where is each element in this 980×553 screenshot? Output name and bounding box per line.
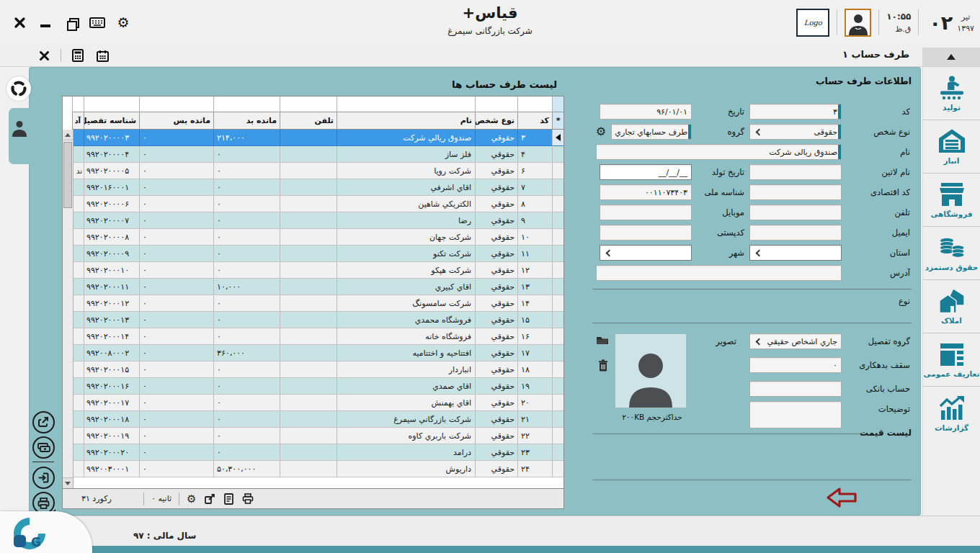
economic-code-field[interactable] [749,184,842,200]
sidebar-item-inventory[interactable]: انبار [923,120,980,174]
refresh-sync-icon[interactable] [6,76,31,101]
column-header-detail[interactable]: شناسه تفصیل [84,112,139,130]
filter-cell-code[interactable] [517,96,552,112]
table-row[interactable]: ۹حقوقيرضا۰۰۹۹۲۰۲۰۰۰۰۷ [72,212,564,229]
scrollbar-thumb[interactable] [63,142,72,208]
user-avatar[interactable] [845,9,871,37]
date-field[interactable]: ۹۶/۰۱/۰۱ [600,104,692,120]
close-icon[interactable] [12,14,27,30]
filter-cell-phone[interactable] [280,96,337,112]
province-select[interactable] [749,245,842,261]
sidebar-item-payroll[interactable]: حقوق دستمزد [923,227,980,280]
filter-cell-extra[interactable] [72,96,84,112]
open-folder-icon[interactable] [596,335,609,346]
table-row[interactable]: ۱۰حقوقيشركت جهان۰۰۹۹۲۰۲۰۰۰۰۸ [72,229,564,246]
column-header-type[interactable]: نوع شخص [475,112,517,130]
sidebar-item-reports[interactable]: گزارشات [923,387,980,440]
column-header-debit[interactable]: مانده بد [213,112,280,130]
delete-trash-icon[interactable] [595,359,608,371]
cell-star [552,378,564,395]
print-grid-icon[interactable] [241,493,254,505]
table-row[interactable]: ۲۲حقوقيشركت باربري كاوه۰۰۹۹۲۰۲۰۰۰۱۹ [72,428,564,444]
column-header-name[interactable]: نام [337,112,475,130]
sidebar-item-store[interactable]: فروشگاهی [923,174,980,227]
column-header-star[interactable]: * [552,112,564,130]
table-header-row[interactable]: *کدنوع شخصنامتلفنمانده بدمانده بسشناسه ت… [72,112,564,130]
sidebar-item-realestate[interactable]: املاک [923,280,980,333]
table-row[interactable]: ۱۵حقوقيفروشگاه محمدي۰۰۹۹۲۰۲۰۰۰۱۳ [72,312,564,328]
code-field[interactable]: ۳ [749,104,842,120]
keyboard-icon[interactable] [89,14,105,30]
sidebar-scroll-up-button[interactable] [922,48,980,66]
table-row[interactable]: ۲۳حقوقيدرامد۰۰۹۹۲۰۲۰۰۰۲۰ [72,444,564,461]
birth-date-field[interactable]: __/__/__ [600,164,692,180]
table-row[interactable]: ۳حقوقيصندوق ريالي شركت۲۱۴،۰۰۰۰۹۹۲۰۲۰۰۰۰۳ [72,130,564,146]
settings-gear-icon[interactable]: ⚙ [115,14,131,30]
email-field[interactable] [749,225,842,240]
scroll-up-button[interactable] [63,130,73,140]
mobile-field[interactable] [600,204,692,220]
table-row[interactable]: ۲۴حقوقيداريوش۵۰،۳۰۰،۰۰۰۰۹۹۲۰۰۳۰۰۰۱ [72,461,564,477]
table-row[interactable]: ۱۴حقوقيشركت سامسونگ۰۰۹۹۲۰۲۰۰۰۱۲ [72,295,564,312]
sidebar-item-production[interactable]: تولید [923,67,980,120]
minimize-icon[interactable] [37,14,53,30]
filter-cell-star[interactable] [552,96,564,112]
column-header-phone[interactable]: تلفن [280,112,337,130]
table-row[interactable]: ۸حقوقيالكتريكي شاهين۰۰۹۹۲۰۲۰۰۰۰۶ [72,196,564,212]
table-row[interactable]: ۷حقوقياقاي اشرفي۰۰۹۹۲۰۱۶۰۰۰۱ [72,179,564,196]
table-row[interactable]: ۲۰حقوقياقاي بهمنش۰۰۹۹۲۰۲۰۰۰۱۷ [72,395,564,411]
national-id-field[interactable]: ۰۰۱۱۰۷۳۴۰۳ [600,184,692,200]
table-row[interactable]: ۱۳حقوقياقاي كبيري۱۰،۰۰۰۰۹۹۲۰۲۰۰۰۱۱ [72,279,564,295]
latin-name-label: نام لاتین [842,162,912,182]
cash-payment-icon[interactable] [32,436,55,459]
table-row[interactable]: ۶حقوقيشركت رويا۰۰۹۹۲۰۲۰۰۰۰۵تد [72,163,564,179]
table-row[interactable]: ۱۱حقوقيشركت تكنو۰۰۹۹۲۰۲۰۰۰۰۹ [72,246,564,262]
report-document-icon[interactable] [223,493,235,505]
table-row[interactable]: ۱۸حقوقيانباردار۰۰۹۹۲۰۲۰۰۰۱۵ [72,361,564,378]
postal-code-field[interactable] [600,225,692,240]
grid-settings-gear-icon[interactable]: ⚙ [185,493,197,505]
phone-field[interactable] [749,204,842,220]
group-settings-gear-icon[interactable]: ⚙ [596,126,606,138]
detail-group-select[interactable]: جاري اشخاص حقیقي [749,333,842,349]
table-vertical-scrollbar[interactable] [63,130,74,488]
city-select[interactable] [600,245,692,261]
enter-import-icon[interactable] [32,467,55,489]
table-row[interactable]: ۴حقوقيفلز ساز۰۰۹۹۲۰۲۰۰۰۰۴ [72,146,564,163]
table-row[interactable]: ۲۱حقوقيشركت بازرگاني سيمرغ۰۰۹۹۲۰۲۰۰۰۱۸ [72,411,564,428]
table-row[interactable]: ۱۷حقوقيافتتاحيه و اختتاميه۳۶۰،۰۰۰۰۹۹۲۰۰۸… [72,345,564,361]
table-filter-row[interactable] [72,96,564,112]
latin-name-field[interactable] [749,164,842,180]
column-header-extra[interactable]: آد [72,112,84,130]
name-field[interactable]: صندوق ریالی شرکت [596,144,842,160]
person-type-select[interactable]: حقوقی [749,124,842,140]
calendar-icon[interactable] [94,48,110,63]
account-image-preview[interactable] [615,333,687,408]
restore-icon[interactable] [63,14,79,30]
group-field[interactable]: طرف حسابهاي تجاري [611,124,692,140]
address-field[interactable] [596,265,842,281]
column-header-code[interactable]: کد [517,112,552,130]
close-tab-icon[interactable] [36,48,52,63]
scroll-down-button[interactable] [63,477,73,488]
filter-cell-type[interactable] [475,96,517,112]
filter-cell-detail[interactable] [84,96,139,112]
table-row[interactable]: ۱۲حقوقيشركت هپكو۰۰۹۹۲۰۲۰۰۰۱۰ [72,262,564,279]
calculator-icon[interactable] [70,48,86,63]
filter-cell-name[interactable] [337,96,475,112]
column-header-credit[interactable]: مانده بس [139,112,213,130]
filter-cell-credit[interactable] [139,96,213,112]
sidebar-item-definitions[interactable]: تعاریف عمومی [923,333,980,387]
account-party-side-tab[interactable] [9,108,30,164]
company-logo-box[interactable]: Logo [796,9,829,37]
export-action-icon[interactable] [32,411,55,433]
cell-code: ۱۵ [517,312,552,328]
bank-account-field[interactable] [749,381,842,397]
table-row[interactable]: ۱۹حقوقياقاي صمدي۰۰۹۹۲۰۲۰۰۰۱۶ [72,378,564,395]
debt-ceiling-field[interactable]: ۰ [749,357,842,373]
notes-field[interactable] [749,401,842,428]
export-grid-icon[interactable] [204,493,216,505]
filter-cell-debit[interactable] [213,96,280,112]
table-row[interactable]: ۱۶حقوقيفروشگاه خانه۰۰۹۹۲۰۲۰۰۰۱۴ [72,328,564,345]
tab-account-party[interactable]: طرف حساب ۱ [842,49,909,60]
